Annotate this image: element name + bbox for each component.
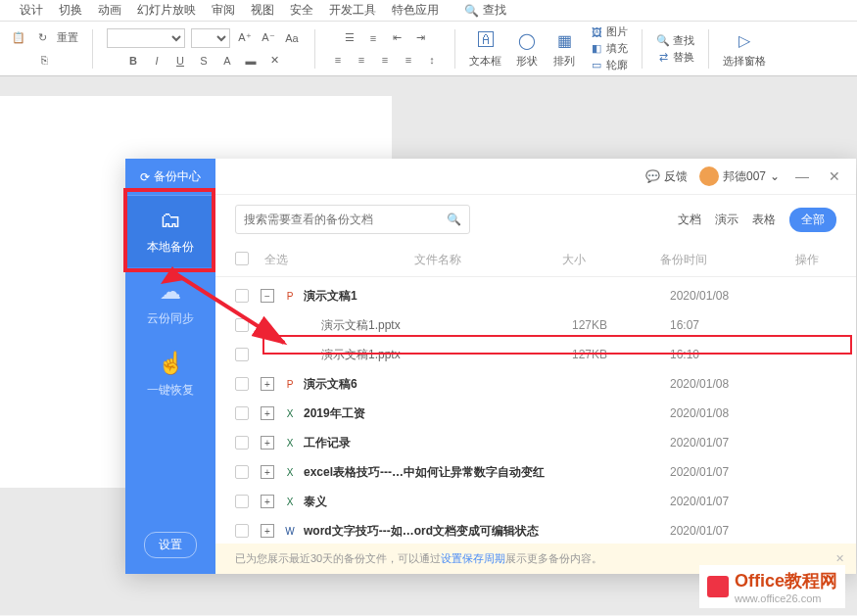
search-filter-row: 🔍 文档 演示 表格 全部	[215, 195, 856, 244]
highlight-button[interactable]: ▬	[242, 52, 260, 70]
expand-icon[interactable]: +	[261, 495, 274, 508]
arrange-button[interactable]: ▦排列	[552, 28, 576, 69]
bullet-list-icon[interactable]: ☰	[341, 29, 358, 47]
filter-doc[interactable]: 文档	[678, 212, 701, 228]
fill-button[interactable]: ◧填充	[590, 41, 628, 56]
copy-icon[interactable]: ⎘	[35, 51, 53, 69]
align-left-icon[interactable]: ≡	[329, 51, 347, 69]
align-justify-icon[interactable]: ≡	[400, 51, 417, 69]
textbox-button[interactable]: 🄰文本框	[469, 28, 501, 69]
sidebar-item-one-click-restore[interactable]: ☝ 一键恢复	[125, 339, 215, 410]
change-case-icon[interactable]: Aa	[283, 29, 301, 47]
italic-button[interactable]: I	[148, 52, 166, 70]
align-right-icon[interactable]: ≡	[376, 51, 394, 69]
file-size: 127KB	[572, 348, 670, 361]
indent-inc-icon[interactable]: ⇥	[411, 29, 429, 47]
search-input[interactable]	[244, 213, 447, 226]
number-list-icon[interactable]: ≡	[364, 29, 382, 47]
arrange-icon: ▦	[552, 28, 576, 52]
row-checkbox[interactable]	[235, 465, 249, 479]
bold-button[interactable]: B	[124, 52, 142, 70]
reset-button[interactable]: 重置	[57, 30, 78, 45]
image-button[interactable]: 🖼图片	[590, 24, 628, 39]
row-checkbox[interactable]	[235, 289, 249, 303]
row-checkbox[interactable]	[235, 495, 249, 508]
row-checkbox[interactable]	[235, 406, 249, 420]
indent-dec-icon[interactable]: ⇤	[388, 29, 405, 47]
clear-format-button[interactable]: ✕	[265, 52, 283, 70]
tab-slideshow[interactable]: 幻灯片放映	[137, 2, 196, 19]
table-row[interactable]: − P 演示文稿1 2020/01/08	[215, 281, 856, 310]
table-row[interactable]: + X 2019年工资 2020/01/08	[215, 399, 856, 428]
redo-icon[interactable]: ↻	[33, 29, 51, 47]
select-pane-button[interactable]: ▷选择窗格	[723, 28, 766, 69]
decrease-font-icon[interactable]: A⁻	[260, 29, 277, 47]
underline-button[interactable]: U	[171, 52, 189, 70]
font-color-button[interactable]: A	[218, 52, 236, 70]
table-row-child[interactable]: 演示文稿1.pptx 127KB 16:07	[215, 310, 856, 340]
row-checkbox[interactable]	[235, 348, 249, 361]
filter-all[interactable]: 全部	[789, 208, 836, 232]
select-all-checkbox[interactable]	[235, 252, 249, 265]
tab-view[interactable]: 视图	[251, 2, 274, 19]
align-center-icon[interactable]: ≡	[353, 51, 370, 69]
col-size: 大小	[562, 252, 660, 268]
settings-button[interactable]: 设置	[144, 532, 197, 558]
ribbon-tabs: 设计 切换 动画 幻灯片放映 审阅 视图 安全 开发工具 特色应用 🔍 查找	[0, 0, 857, 22]
dialog-main: 💬 反馈 邦德007 ⌄ — ✕ 🔍 文档 演示 表格 全部	[215, 159, 856, 574]
tab-review[interactable]: 审阅	[212, 2, 235, 19]
tab-transition[interactable]: 切换	[59, 2, 82, 19]
row-checkbox[interactable]	[235, 318, 249, 332]
user-info[interactable]: 邦德007 ⌄	[699, 166, 780, 186]
file-name: word文字技巧---如…ord文档变成可编辑状态	[304, 523, 572, 540]
col-select-all[interactable]: 全选	[264, 252, 313, 268]
replace-button[interactable]: ⇄替换	[656, 50, 694, 65]
paste-icon[interactable]: 📋	[10, 29, 27, 47]
xls-file-icon: X	[282, 435, 298, 450]
retention-settings-link[interactable]: 设置保存周期	[441, 551, 505, 566]
tab-devtools[interactable]: 开发工具	[329, 2, 376, 19]
close-button[interactable]: ✕	[825, 168, 844, 184]
tab-special[interactable]: 特色应用	[392, 2, 439, 19]
close-note-icon[interactable]: ✕	[835, 552, 844, 565]
tab-security[interactable]: 安全	[290, 2, 313, 19]
expand-icon[interactable]: +	[261, 406, 274, 420]
row-checkbox[interactable]	[235, 377, 249, 391]
sidebar-item-local-backup[interactable]: 🗂 本地备份	[125, 196, 215, 267]
filter-ppt[interactable]: 演示	[715, 212, 738, 228]
strikethrough-button[interactable]: S	[195, 52, 213, 70]
font-name-select[interactable]	[107, 28, 185, 48]
font-size-select[interactable]	[191, 28, 230, 48]
expand-icon[interactable]: +	[261, 436, 274, 450]
expand-icon[interactable]: +	[261, 524, 274, 538]
row-checkbox[interactable]	[235, 524, 249, 538]
shape-button[interactable]: ◯形状	[515, 28, 539, 69]
tab-design[interactable]: 设计	[20, 2, 43, 19]
increase-font-icon[interactable]: A⁺	[236, 29, 254, 47]
filter-xls[interactable]: 表格	[752, 212, 776, 228]
ribbon-search[interactable]: 🔍 查找	[464, 2, 506, 19]
table-row[interactable]: + W word文字技巧---如…ord文档变成可编辑状态 2020/01/07	[215, 516, 856, 544]
file-date: 16:07	[670, 318, 778, 332]
find-button[interactable]: 🔍查找	[656, 33, 694, 48]
minimize-button[interactable]: —	[791, 168, 813, 184]
table-row-child[interactable]: 演示文稿1.pptx 127KB 16:10	[215, 340, 856, 369]
table-row[interactable]: + X excel表格技巧---…中如何让异常数字自动变红 2020/01/07	[215, 457, 856, 487]
table-row[interactable]: + P 演示文稿6 2020/01/08	[215, 369, 856, 399]
line-spacing-icon[interactable]: ↕	[423, 51, 441, 69]
sidebar-item-cloud-sync[interactable]: ☁ 云份同步	[125, 267, 215, 339]
backup-center-dialog: ⟳ 备份中心 🗂 本地备份 ☁ 云份同步 ☝ 一键恢复 设置 💬 反馈 邦德0	[125, 159, 856, 574]
tab-animation[interactable]: 动画	[98, 2, 121, 19]
row-checkbox[interactable]	[235, 436, 249, 450]
feedback-button[interactable]: 💬 反馈	[645, 168, 688, 185]
file-name: 泰义	[304, 494, 572, 510]
sidebar-item-label: 一键恢复	[147, 382, 194, 399]
file-list: − P 演示文稿1 2020/01/08 演示文稿1.pptx 127KB 16…	[215, 277, 856, 544]
table-row[interactable]: + X 工作记录 2020/01/07	[215, 428, 856, 457]
expand-icon[interactable]: +	[261, 377, 274, 391]
search-icon[interactable]: 🔍	[447, 213, 461, 226]
outline-button[interactable]: ▭轮廓	[590, 58, 628, 72]
table-row[interactable]: + X 泰义 2020/01/07	[215, 487, 856, 516]
expand-icon[interactable]: +	[261, 465, 274, 479]
collapse-icon[interactable]: −	[261, 289, 274, 303]
